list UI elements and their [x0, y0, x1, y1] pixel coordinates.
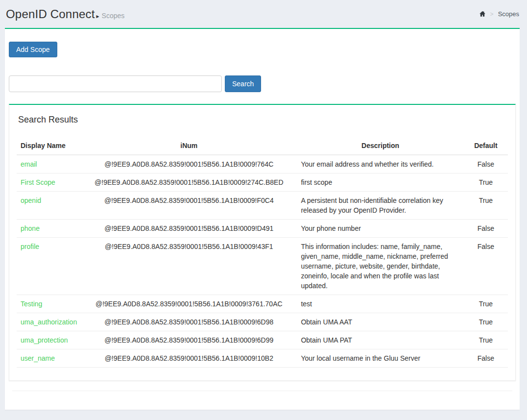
page-title: OpenID Connect: [6, 7, 95, 21]
column-header-default: Default: [464, 137, 508, 155]
scope-inum: @!9EE9.A0D8.8A52.8359!0001!5B56.1A1B!000…: [81, 349, 297, 368]
scope-default: True: [464, 331, 508, 349]
scope-default: False: [464, 349, 508, 368]
scope-default: True: [464, 192, 508, 220]
scope-link[interactable]: email: [21, 160, 37, 168]
scope-link[interactable]: phone: [21, 224, 40, 232]
table-row: user_name @!9EE9.A0D8.8A52.8359!0001!5B5…: [17, 349, 508, 368]
scope-default: False: [464, 238, 508, 295]
search-results-title: Search Results: [18, 115, 508, 125]
table-row: phone @!9EE9.A0D8.8A52.8359!0001!5B56.1A…: [17, 220, 508, 238]
scope-description: Obtain UMA PAT: [297, 331, 463, 349]
column-header-inum: iNum: [81, 137, 297, 155]
page-header: OpenID Connect ▸ Scopes > Scopes: [0, 0, 527, 28]
table-row: uma_authorization @!9EE9.A0D8.8A52.8359!…: [17, 313, 508, 331]
search-button[interactable]: Search: [225, 75, 261, 92]
scope-default: True: [464, 313, 508, 331]
scope-default: True: [464, 173, 508, 192]
search-bar: Search: [9, 75, 516, 92]
caret-right-icon: ▸: [96, 13, 99, 20]
home-icon[interactable]: [479, 11, 486, 17]
column-header-display-name: Display Name: [17, 137, 81, 155]
search-results-panel: Search Results Display Name iNum Descrip…: [9, 104, 516, 381]
scope-description: This information includes: name, family_…: [297, 238, 463, 295]
scope-description: test: [297, 295, 463, 313]
breadcrumb: > Scopes: [479, 10, 519, 18]
scope-link[interactable]: First Scope: [21, 178, 55, 186]
scope-description: first scope: [297, 173, 463, 192]
table-header-row: Display Name iNum Description Default: [17, 137, 508, 155]
scope-link[interactable]: Testing: [21, 300, 42, 308]
scope-default: True: [464, 295, 508, 313]
scope-description: Your phone number: [297, 220, 463, 238]
scope-description: A persistent but non-identifiable correl…: [297, 192, 463, 220]
scope-link[interactable]: uma_protection: [21, 336, 68, 344]
table-row: uma_protection @!9EE9.A0D8.8A52.8359!000…: [17, 331, 508, 349]
scope-description: Your local username in the Gluu Server: [297, 349, 463, 368]
scope-inum: @!9EE9.A0D8.8A52.8359!0001!5B56.1A1B!000…: [81, 155, 297, 173]
scope-inum: @!9EE9.A0D8.8A52.8359!0001!5B56.1A1B!000…: [81, 192, 297, 220]
scope-default: False: [464, 155, 508, 173]
scope-inum: @!9EE9.A0D8.8A52.8359!0001!5B56.1A1B!000…: [81, 331, 297, 349]
page-title-area: OpenID Connect ▸ Scopes: [6, 7, 124, 21]
breadcrumb-separator: >: [490, 11, 494, 18]
scope-inum: @!9EE9.A0D8.8A52.8359!0001!5B56.1A1B!000…: [81, 295, 297, 313]
column-header-description: Description: [297, 137, 463, 155]
table-row: Testing @!9EE9.A0D8.8A52.8359!0001!5B56.…: [17, 295, 508, 313]
scope-link[interactable]: openid: [21, 197, 41, 204]
scope-default: False: [464, 220, 508, 238]
table-row: email @!9EE9.A0D8.8A52.8359!0001!5B56.1A…: [17, 155, 508, 173]
table-row: profile @!9EE9.A0D8.8A52.8359!0001!5B56.…: [17, 238, 508, 295]
scope-link[interactable]: uma_authorization: [21, 318, 77, 326]
page-subtitle: Scopes: [102, 12, 125, 20]
footer-space: [9, 391, 516, 400]
scope-description: Your email address and whether its verif…: [297, 155, 463, 173]
scope-inum: @!9EE9.A0D8.8A52.8359!0001!5B56.1A1B!000…: [81, 220, 297, 238]
scope-description: Obtain UMA AAT: [297, 313, 463, 331]
scope-inum: @!9EE9.A0D8.8A52.8359!0001!5B56.1A1B!000…: [81, 238, 297, 295]
scope-link[interactable]: profile: [21, 243, 39, 250]
breadcrumb-current: Scopes: [498, 10, 519, 18]
scope-inum: @!9EE9.A0D8.8A52.8359!0001!5B56.1A1B!000…: [81, 313, 297, 331]
main-container: Add Scope Search Search Results Display …: [5, 28, 520, 410]
add-scope-button[interactable]: Add Scope: [9, 42, 57, 57]
search-input[interactable]: [9, 75, 222, 92]
scopes-table: Display Name iNum Description Default em…: [17, 137, 508, 368]
table-row: First Scope @!9EE9.A0D8.8A52.8359!0001!5…: [17, 173, 508, 192]
table-row: openid @!9EE9.A0D8.8A52.8359!0001!5B56.1…: [17, 192, 508, 220]
scope-inum: @!9EE9.A0D8.8A52.8359!0001!5B56.1A1B!000…: [81, 173, 297, 192]
scope-link[interactable]: user_name: [21, 354, 55, 362]
